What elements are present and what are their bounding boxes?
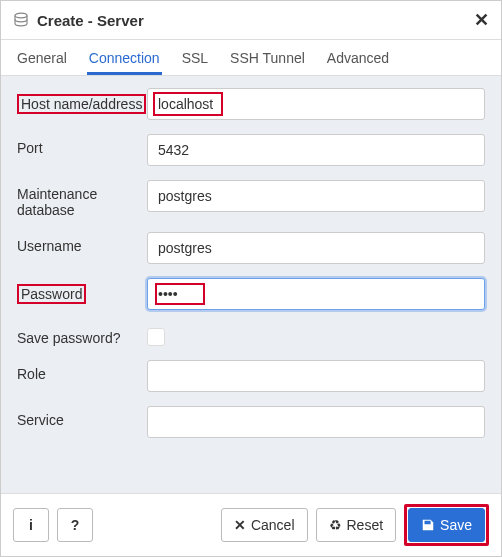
close-icon[interactable]: ✕: [474, 9, 489, 31]
create-server-dialog: Create - Server ✕ General Connection SSL…: [0, 0, 502, 557]
question-icon: ?: [71, 517, 80, 533]
host-label: Host name/address: [17, 88, 147, 114]
port-input[interactable]: [147, 134, 485, 166]
svg-point-0: [15, 13, 27, 18]
save-highlight: Save: [404, 504, 489, 546]
tab-bar: General Connection SSL SSH Tunnel Advanc…: [1, 40, 501, 76]
save-button[interactable]: Save: [408, 508, 485, 542]
dialog-title: Create - Server: [37, 12, 474, 29]
recycle-icon: ♻: [329, 517, 342, 533]
username-label: Username: [17, 232, 147, 254]
role-input[interactable]: [147, 360, 485, 392]
titlebar: Create - Server ✕: [1, 1, 501, 40]
help-button[interactable]: ?: [57, 508, 93, 542]
service-input[interactable]: [147, 406, 485, 438]
maintenance-db-input[interactable]: [147, 180, 485, 212]
reset-label: Reset: [347, 517, 384, 533]
info-icon: i: [29, 517, 33, 533]
port-label: Port: [17, 134, 147, 156]
role-label: Role: [17, 360, 147, 382]
password-input[interactable]: [147, 278, 485, 310]
service-label: Service: [17, 406, 147, 428]
database-icon: [13, 12, 29, 28]
tab-general[interactable]: General: [15, 40, 69, 75]
reset-button[interactable]: ♻ Reset: [316, 508, 397, 542]
dialog-footer: i ? ✕ Cancel ♻ Reset Save: [1, 493, 501, 556]
host-input[interactable]: [147, 88, 485, 120]
save-icon: [421, 518, 435, 532]
save-password-label: Save password?: [17, 324, 147, 346]
cancel-button[interactable]: ✕ Cancel: [221, 508, 308, 542]
tab-ssh-tunnel[interactable]: SSH Tunnel: [228, 40, 307, 75]
close-icon: ✕: [234, 517, 246, 533]
tab-advanced[interactable]: Advanced: [325, 40, 391, 75]
tab-ssl[interactable]: SSL: [180, 40, 210, 75]
password-label: Password: [17, 278, 147, 304]
info-button[interactable]: i: [13, 508, 49, 542]
save-label: Save: [440, 517, 472, 533]
maintenance-db-label: Maintenance database: [17, 180, 147, 218]
form-area: Host name/address Port Maintenance datab…: [1, 76, 501, 493]
tab-connection[interactable]: Connection: [87, 40, 162, 75]
username-input[interactable]: [147, 232, 485, 264]
save-password-toggle[interactable]: [147, 328, 165, 346]
cancel-label: Cancel: [251, 517, 295, 533]
